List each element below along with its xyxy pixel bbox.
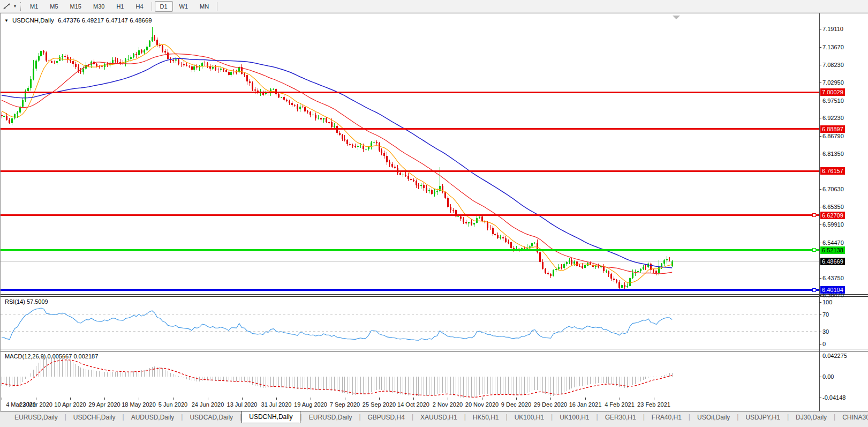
axis-tick bbox=[819, 29, 821, 29]
price-grid-label: 6.65350 bbox=[822, 204, 844, 211]
rsi-axis-label: 100 bbox=[822, 299, 832, 306]
chart-tab-audusd-daily[interactable]: AUDUSD,Daily bbox=[124, 412, 182, 423]
chart-title: ▼ USDCNH,Daily 6.47376 6.49217 6.47147 6… bbox=[4, 17, 152, 24]
timeframe-button-m5[interactable]: M5 bbox=[44, 1, 63, 12]
axis-tick bbox=[819, 154, 821, 154]
toolbar-separator bbox=[152, 2, 152, 11]
macd-axis-label: 0.00 bbox=[822, 373, 834, 380]
chart-tab-usdchf-daily[interactable]: USDCHF,Daily bbox=[66, 412, 123, 423]
time-axis-tick bbox=[620, 398, 620, 400]
chart-tab-usdjpy-h1[interactable]: USDJPY,H1 bbox=[738, 412, 787, 423]
time-axis-tick bbox=[276, 398, 277, 400]
macd-axis-label: 0.042275 bbox=[822, 353, 847, 359]
macd-pane[interactable] bbox=[1, 351, 819, 398]
chart-tab-hk50-h1[interactable]: HK50,H1 bbox=[466, 412, 506, 423]
rsi-axis-label: 30 bbox=[822, 328, 829, 335]
chart-tab-china300-h1[interactable]: CHINA300,H1 bbox=[835, 412, 868, 423]
chart-shift-marker-icon[interactable] bbox=[673, 16, 680, 19]
time-axis-tick bbox=[585, 398, 586, 400]
timeframe-button-m15[interactable]: M15 bbox=[65, 1, 87, 12]
time-axis-tick bbox=[139, 398, 139, 400]
toolbar-separator bbox=[217, 2, 217, 11]
axis-tick bbox=[819, 189, 821, 190]
axis-tick bbox=[819, 224, 821, 225]
timeframe-button-w1[interactable]: W1 bbox=[174, 1, 194, 12]
rsi-pane[interactable] bbox=[1, 297, 819, 349]
timeframe-button-h4[interactable]: H4 bbox=[130, 1, 148, 12]
main-chart-pane[interactable] bbox=[1, 14, 819, 294]
chart-tab-fra40-h1[interactable]: FRA40,H1 bbox=[645, 412, 689, 423]
price-grid-label: 6.81350 bbox=[822, 151, 844, 158]
chart-tab-gbpusd-h4[interactable]: GBPUSD,H4 bbox=[361, 412, 412, 423]
timeframe-buttons: M1M5M15M30H1H4D1W1MN bbox=[24, 0, 220, 13]
chart-tab-eurusd-daily[interactable]: EURUSD,Daily bbox=[302, 412, 359, 423]
chart-window: ▼ USDCNH,Daily 6.47376 6.49217 6.47147 6… bbox=[0, 13, 868, 411]
axis-tick bbox=[819, 356, 821, 356]
timeframe-button-d1[interactable]: D1 bbox=[155, 1, 173, 12]
timeframe-button-m1[interactable]: M1 bbox=[25, 1, 43, 12]
cursor-tool-icon[interactable] bbox=[1, 1, 12, 12]
time-axis-tick bbox=[70, 398, 71, 400]
current-price-label: 6.48669 bbox=[820, 258, 845, 265]
hline-price-label: 6.88897 bbox=[820, 125, 845, 133]
chart-tab-eurusd-daily[interactable]: EURUSD,Daily bbox=[7, 412, 65, 423]
price-grid-label: 7.08230 bbox=[822, 62, 844, 69]
rsi-indicator-label: RSI(14) 57.5009 bbox=[5, 298, 48, 305]
chart-tab-uk100-h1[interactable]: UK100,H1 bbox=[553, 412, 596, 423]
toolbar: ▼ M1M5M15M30H1H4D1W1MN bbox=[0, 0, 868, 13]
hline-price-label: 6.52138 bbox=[820, 246, 845, 254]
hline-price-label: 6.62709 bbox=[820, 212, 845, 219]
mt4-window: ▼ M1M5M15M30H1H4D1W1MN ▼ USDCNH,Daily 6.… bbox=[0, 0, 868, 427]
axis-tick bbox=[819, 377, 821, 377]
pane-splitter[interactable] bbox=[1, 294, 868, 297]
price-grid-label: 6.86790 bbox=[822, 133, 844, 140]
date-label: 23 Feb 2021 bbox=[633, 401, 674, 408]
price-grid-label: 6.70630 bbox=[822, 186, 844, 193]
chart-tab-uk100-h1[interactable]: UK100,H1 bbox=[508, 412, 551, 423]
chart-tab-dj30-daily[interactable]: DJ30,Daily bbox=[789, 412, 834, 423]
cursor-tool-dropdown-icon[interactable]: ▼ bbox=[12, 4, 18, 8]
time-axis-tick bbox=[654, 398, 654, 400]
time-axis-tick bbox=[173, 398, 173, 400]
chart-title-ohlc: 6.47376 6.49217 6.47147 6.48669 bbox=[58, 17, 152, 24]
hline-price-label: 6.40104 bbox=[820, 286, 845, 294]
chart-title-symbol: USDCNH,Daily bbox=[12, 17, 54, 24]
price-grid-label: 6.43750 bbox=[822, 275, 844, 282]
axis-tick bbox=[819, 47, 821, 48]
axis-tick bbox=[819, 207, 821, 207]
chart-tab-usdcnh-daily[interactable]: USDCNH,Daily bbox=[241, 411, 300, 423]
macd-axis-label: -0.04148 bbox=[822, 394, 846, 401]
time-axis-tick bbox=[36, 398, 36, 400]
price-grid-label: 6.54470 bbox=[822, 239, 844, 246]
chart-tab-xauusd-h1[interactable]: XAUUSD,H1 bbox=[413, 412, 464, 423]
price-grid-label: 7.02950 bbox=[822, 79, 844, 86]
chart-tab-ger30-h1[interactable]: GER30,H1 bbox=[598, 412, 643, 423]
pane-splitter[interactable] bbox=[1, 349, 868, 351]
axis-tick bbox=[819, 398, 821, 398]
axis-tick bbox=[819, 344, 821, 344]
hline-price-label: 6.76157 bbox=[820, 167, 845, 175]
price-grid-label: 6.97510 bbox=[822, 98, 844, 104]
chart-tab-usoil-daily[interactable]: USOil,Daily bbox=[690, 412, 737, 423]
chart-tab-usdcad-daily[interactable]: USDCAD,Daily bbox=[183, 412, 240, 423]
time-axis-tick bbox=[311, 398, 311, 400]
axis-tick bbox=[819, 278, 821, 279]
rsi-axis-label: 0 bbox=[822, 341, 826, 348]
time-axis-tick bbox=[482, 398, 482, 400]
timeframe-button-h1[interactable]: H1 bbox=[111, 1, 129, 12]
time-axis-tick bbox=[516, 398, 517, 400]
axis-tick bbox=[819, 295, 821, 296]
axis-tick bbox=[819, 118, 821, 118]
rsi-axis-label: 70 bbox=[822, 311, 829, 318]
price-grid-label: 6.92230 bbox=[822, 115, 844, 122]
time-axis-tick bbox=[104, 398, 105, 400]
timeframe-button-mn[interactable]: MN bbox=[194, 1, 214, 12]
symbol-dropdown-icon[interactable]: ▼ bbox=[4, 18, 9, 23]
hline-price-label: 7.00029 bbox=[820, 88, 845, 96]
price-grid-label: 6.59910 bbox=[822, 221, 844, 228]
toolbar-grip[interactable] bbox=[20, 2, 21, 11]
time-axis-tick bbox=[413, 398, 414, 400]
axis-tick bbox=[819, 136, 821, 137]
axis-tick bbox=[819, 332, 821, 332]
timeframe-button-m30[interactable]: M30 bbox=[88, 1, 110, 12]
